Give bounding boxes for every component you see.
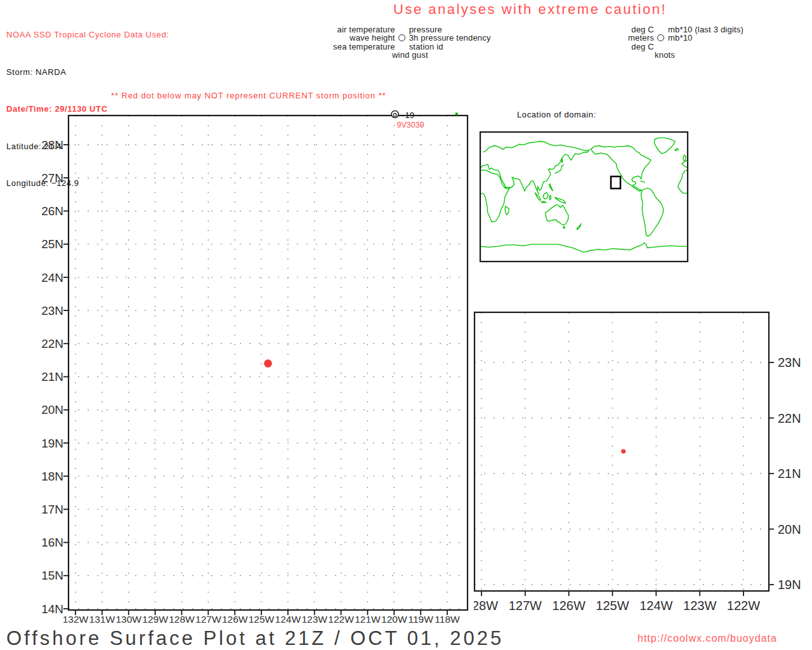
y-tick-label: 15N (41, 569, 63, 582)
unit-knots: knots (655, 51, 743, 60)
coast-tasmania (563, 226, 565, 228)
x-tick-label: 123W (301, 614, 327, 625)
coast-philippines (549, 184, 553, 191)
coast-west-europe (682, 160, 688, 168)
x-tick-label: 132W (63, 614, 89, 625)
x-tick-label: 127W (195, 614, 221, 625)
station-id-label: 9V3039 (397, 121, 424, 129)
y-tick-label: 23N (778, 355, 801, 369)
y-tick-label: 24N (41, 271, 63, 284)
x-tick-label: 121W (355, 614, 381, 625)
coast-sulawesi (549, 196, 551, 200)
plot-title: Offshore Surface Plot at 21Z / OCT 01, 2… (6, 627, 504, 650)
zoomed-domain-plot: 23N22N21N20N19N128W127W126W125W124W123W1… (466, 305, 812, 625)
units-legend: deg C mb*10 (last 3 digits) meters mb*10… (628, 26, 743, 60)
y-tick-label: 18N (41, 470, 63, 483)
coast-antarctica (480, 243, 688, 253)
unit-blank (668, 43, 743, 51)
storm-position-warning: ** Red dot below may NOT represent CURRE… (111, 91, 386, 100)
y-tick-label: 22N (778, 411, 801, 425)
y-tick-label: 28N (41, 138, 63, 152)
x-tick-label: 125W (596, 599, 629, 613)
coast-australia (546, 204, 568, 225)
domain-box (611, 176, 620, 189)
x-tick-label: 122W (727, 599, 760, 613)
x-tick-label: 126W (553, 599, 586, 613)
x-tick-label: 119W (408, 614, 433, 625)
coast-new-zealand (577, 223, 581, 230)
y-tick-label: 25N (41, 237, 63, 251)
coast-africa-west (678, 170, 688, 193)
x-tick-label: 127W (509, 599, 542, 613)
unit-deg-c-sea: deg C (628, 43, 654, 51)
world-map-inset (479, 131, 690, 264)
source-url-link[interactable]: http://coolwx.com/buoydata (638, 633, 777, 644)
storm-position-dot (264, 359, 272, 368)
station-pressure-tendency: −19 (400, 110, 414, 120)
coast-madagascar (505, 206, 509, 215)
coast-eurasia (480, 142, 590, 195)
y-tick-label: 17N (41, 503, 63, 516)
coast-iceland (675, 149, 678, 150)
main-offshore-plot: 28N27N26N25N24N23N22N21N20N19N18N17N16N1… (35, 108, 508, 635)
coast-sumatra (535, 192, 540, 200)
coast-south-america (641, 188, 663, 236)
coastlines (480, 138, 688, 252)
y-tick-label: 19N (41, 437, 63, 450)
y-tick-label: 27N (41, 171, 63, 185)
green-station-dot (455, 112, 458, 115)
x-tick-label: 130W (115, 614, 141, 625)
y-tick-label: 21N (41, 370, 63, 383)
x-tick-label: 124W (639, 599, 672, 613)
x-tick-label: 124W (275, 614, 301, 625)
y-tick-label: 19N (778, 578, 801, 592)
y-tick-label: 23N (41, 304, 63, 317)
y-tick-label: 20N (41, 403, 63, 416)
x-tick-label: 123W (683, 599, 716, 613)
y-tick-label: 14N (41, 602, 63, 616)
x-tick-label: 129W (142, 614, 168, 625)
y-tick-label: 20N (778, 522, 801, 536)
coast-africa-east (480, 170, 509, 222)
y-tick-label: 21N (778, 467, 801, 481)
unit-mb10: mb*10 (668, 34, 743, 43)
x-tick-label: 118W (435, 614, 460, 625)
coast-sakhalin (561, 159, 563, 163)
station-model-legend: air temperature pressure wave height 3h … (333, 26, 491, 60)
coast-greenland (654, 138, 675, 154)
storm-name-line: Storm: NARDA (6, 66, 169, 79)
coast-new-guinea (555, 197, 565, 203)
noaa-data-line: NOAA SSD Tropical Cyclone Data Used: (6, 29, 169, 41)
x-tick-label: 128W (465, 599, 498, 613)
caution-headline: Use analyses with extreme caution! (393, 1, 667, 18)
x-tick-label: 122W (328, 614, 354, 625)
x-tick-label: 120W (381, 614, 407, 625)
x-tick-label: 131W (89, 614, 115, 625)
x-tick-label: 125W (249, 614, 275, 625)
coast-antilles (641, 181, 645, 182)
legend-sea-temperature: sea temperature (333, 43, 395, 51)
storm-position-dot (621, 449, 625, 453)
legend-wind-gust: wind gust (392, 51, 491, 60)
map-frame (480, 132, 688, 262)
station-circle-icon (398, 34, 405, 41)
coast-java (541, 202, 546, 202)
buoy-plot-page: { "colors": { "red_text": "#ff5252", "re… (0, 0, 812, 650)
x-tick-label: 126W (222, 614, 248, 625)
x-tick-label: 128W (169, 614, 195, 625)
y-tick-label: 26N (41, 204, 63, 218)
map-inset-title: Location of domain: (517, 110, 596, 119)
units-circle-icon (657, 34, 664, 41)
y-tick-label: 22N (41, 337, 63, 350)
y-tick-label: 16N (41, 536, 63, 549)
coast-britain (683, 155, 686, 161)
coast-borneo (543, 192, 548, 199)
